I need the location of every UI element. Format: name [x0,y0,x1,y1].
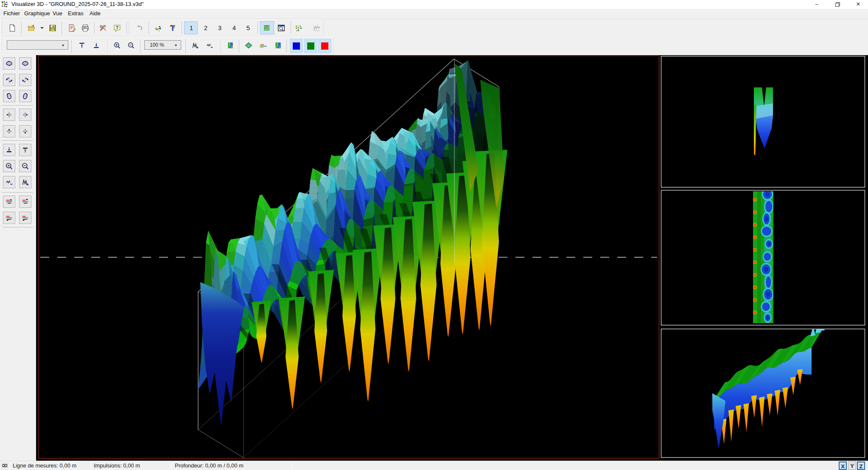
svg-text:?: ? [116,25,119,30]
